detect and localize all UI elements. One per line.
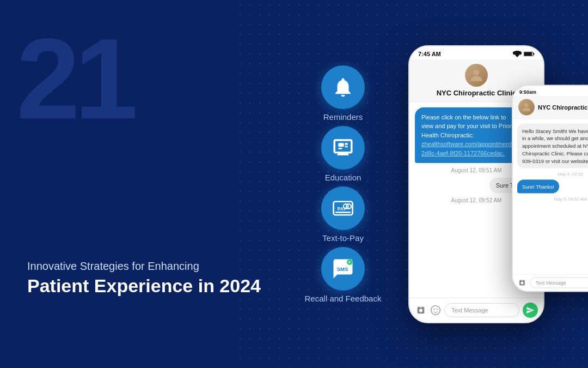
reminders-label: Reminders: [323, 112, 363, 122]
send-button[interactable]: [523, 303, 538, 318]
phone-status-bar: 7:45 AM: [409, 46, 543, 59]
education-icon-circle: [321, 126, 365, 170]
phone2-camera-icon[interactable]: [517, 279, 527, 286]
phone2-text-input[interactable]: Text Message: [530, 277, 588, 288]
svg-text:+: +: [348, 260, 351, 265]
phone-avatar: [465, 64, 488, 87]
svg-rect-6: [335, 212, 351, 213]
svg-point-18: [437, 309, 438, 310]
wifi-icon: [513, 51, 522, 57]
phone2-status-bar: 9:50am: [513, 86, 588, 95]
left-section: 21 Innovative Strategies for Enhancing P…: [0, 0, 283, 368]
svg-rect-13: [524, 52, 532, 56]
phone-time: 7:45 AM: [418, 51, 441, 57]
phone2-avatar-icon: [520, 101, 532, 113]
svg-rect-14: [533, 53, 534, 55]
svg-point-22: [524, 103, 528, 107]
svg-text:SMS: SMS: [337, 266, 348, 272]
phone-secondary: 9:50am: [512, 85, 588, 292]
phone2-messages: Hello Stacey Smith! We haven't seen you …: [513, 119, 588, 274]
emoji-icon[interactable]: [430, 305, 441, 316]
monitor-icon: [332, 136, 354, 159]
text-to-pay-icon-circle: PAY: [321, 186, 365, 230]
phone2-message-bubble: Hello Stacey Smith! We haven't seen you …: [517, 123, 588, 168]
features-section: Reminders Education PAY: [283, 0, 403, 368]
phone2-clinic-name: NYC Chiropractic Clinic: [538, 104, 588, 110]
reminders-icon-circle: [321, 65, 365, 109]
pay-icon: PAY: [332, 197, 354, 220]
page-container: 21 Innovative Strategies for Enhancing P…: [0, 0, 588, 368]
text-to-pay-label: Text-to-Pay: [322, 233, 364, 243]
send-icon: [526, 306, 535, 315]
subtitle-text: Innovative Strategies for Enhancing: [27, 260, 261, 273]
feature-text-to-pay: PAY Text-to-Pay: [321, 186, 365, 243]
sms-icon: SMS +: [332, 257, 354, 280]
bell-icon: [332, 76, 354, 99]
main-title-text: Patient Experience in 2024: [27, 275, 261, 297]
phone-input-bar: Text Message: [409, 298, 543, 322]
battery-icon: [524, 51, 535, 57]
svg-rect-0: [338, 143, 344, 147]
phone2-timestamp-1: May 9, 09:52: [517, 172, 588, 177]
phone2-reply: Sure! Thanks!: [517, 180, 559, 194]
message-bubble-main: Please click on the below link to view a…: [415, 107, 525, 164]
feature-education: Education: [321, 126, 365, 182]
title-block: Innovative Strategies for Enhancing Pati…: [27, 260, 261, 297]
svg-point-15: [474, 69, 480, 75]
phones-section: 7:45 AM: [403, 0, 588, 368]
svg-rect-1: [345, 143, 348, 145]
phone2-timestamp-2: May 9, 09:52 AM: [517, 197, 588, 202]
svg-point-17: [434, 309, 435, 310]
recall-feedback-icon-circle: SMS +: [321, 247, 365, 291]
phone2-chat-header: NYC Chiropractic Clinic: [513, 95, 588, 119]
phone-clinic-name: NYC Chiropractic Clinic: [437, 89, 517, 97]
message-body-text: Please click on the below link to view a…: [421, 114, 517, 138]
recall-feedback-label: Recall and Feedback: [305, 294, 382, 303]
big-number: 21: [16, 22, 133, 136]
phone2-input-bar: Text Message: [513, 274, 588, 291]
svg-rect-2: [345, 146, 348, 147]
camera-icon[interactable]: [415, 305, 427, 315]
phone2-time: 9:50am: [519, 89, 536, 94]
phone-text-input[interactable]: Text Message: [444, 303, 519, 317]
svg-point-16: [431, 305, 440, 315]
education-label: Education: [325, 173, 362, 182]
feature-recall-feedback: SMS + Recall and Feedback: [305, 247, 382, 303]
phone2-avatar: [518, 99, 535, 115]
phone-status-icons: [513, 51, 535, 57]
svg-rect-3: [338, 148, 342, 149]
feature-reminders: Reminders: [321, 65, 365, 122]
avatar-person-icon: [468, 67, 485, 84]
